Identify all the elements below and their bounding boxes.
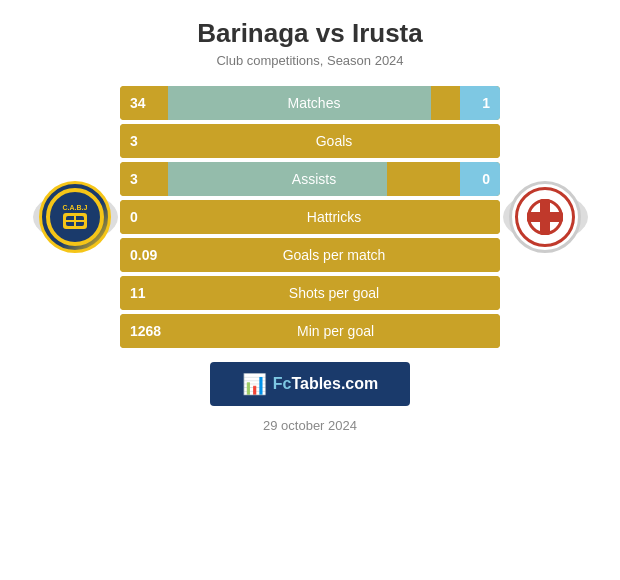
stat-left-value: 34 xyxy=(120,86,168,120)
stat-left-value: 0.09 xyxy=(120,238,168,272)
stat-row: 3Assists0 xyxy=(120,162,500,196)
footer-date: 29 october 2024 xyxy=(263,418,357,433)
stat-left-value: 3 xyxy=(120,124,168,158)
stat-bar-container: Matches xyxy=(168,86,460,120)
stat-bar-container: Assists xyxy=(168,162,460,196)
watermark-text: FcTables.com xyxy=(273,375,379,393)
watermark: 📊 FcTables.com xyxy=(210,362,410,406)
stat-label: Goals per match xyxy=(168,238,500,272)
team-logo-left: C.A.B.J xyxy=(30,181,120,253)
boca-shield-icon xyxy=(61,211,89,231)
page-subtitle: Club competitions, Season 2024 xyxy=(216,53,403,68)
stat-row: 3Goals xyxy=(120,124,500,158)
stat-left-value: 0 xyxy=(120,200,168,234)
stat-row: 1268Min per goal xyxy=(120,314,500,348)
main-content: C.A.B.J 34Matches13Goals3Assists00Hattri… xyxy=(10,86,610,348)
stat-label: Hattricks xyxy=(168,200,500,234)
stat-row: 11Shots per goal xyxy=(120,276,500,310)
stat-row: 0Hattricks xyxy=(120,200,500,234)
page-container: Barinaga vs Irusta Club competitions, Se… xyxy=(0,0,620,580)
stat-row: 0.09Goals per match xyxy=(120,238,500,272)
stat-label: Goals xyxy=(168,124,500,158)
team-logo-right xyxy=(500,181,590,253)
stat-left-value: 1268 xyxy=(120,314,171,348)
boca-logo: C.A.B.J xyxy=(39,181,111,253)
lanus-logo xyxy=(509,181,581,253)
stat-label: Shots per goal xyxy=(168,276,500,310)
stat-label: Min per goal xyxy=(171,314,500,348)
page-title: Barinaga vs Irusta xyxy=(197,18,422,49)
stat-row: 34Matches1 xyxy=(120,86,500,120)
watermark-icon: 📊 xyxy=(242,372,267,396)
stat-label: Assists xyxy=(292,171,336,187)
stat-label: Matches xyxy=(288,95,341,111)
stat-bar-fill xyxy=(168,162,387,196)
stat-left-value: 3 xyxy=(120,162,168,196)
stat-right-value: 1 xyxy=(460,86,500,120)
stat-right-value: 0 xyxy=(460,162,500,196)
stat-left-value: 11 xyxy=(120,276,168,310)
stats-container: 34Matches13Goals3Assists00Hattricks0.09G… xyxy=(120,86,500,348)
